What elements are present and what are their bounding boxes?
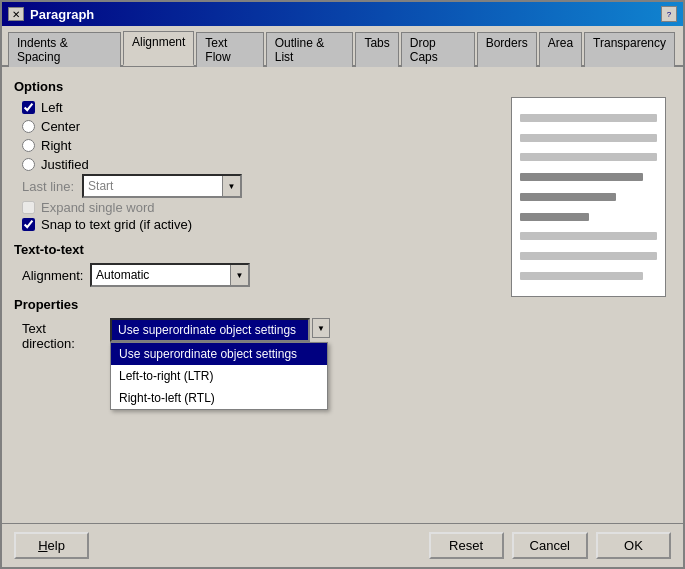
text-direction-label: Text direction: [22,318,102,351]
preview-line-2 [520,134,657,142]
tab-transparency[interactable]: Transparency [584,32,675,67]
left-checkbox[interactable] [22,101,35,114]
tab-alignment[interactable]: Alignment [123,31,194,66]
tab-outline-list[interactable]: Outline & List [266,32,354,67]
options-section: Options Left Center Right [14,79,501,232]
preview-panel [511,79,671,511]
help-button[interactable]: Help [14,532,89,559]
main-content: Options Left Center Right [2,67,683,523]
preview-line-8 [520,252,657,260]
preview-line-7 [520,232,657,240]
alignment-label: Alignment: [22,268,82,283]
preview-line-3 [520,153,657,161]
tab-tabs[interactable]: Tabs [355,32,398,67]
help-label: Help [38,538,65,553]
snap-row: Snap to text grid (if active) [22,217,501,232]
options-title: Options [14,79,501,94]
dialog-title: Paragraph [30,7,94,22]
alignment-combo[interactable]: ▼ [90,263,250,287]
text-to-text-title: Text-to-text [14,242,501,257]
alignment-row: Alignment: ▼ [22,263,501,287]
preview-line-5 [520,193,616,201]
justified-label: Justified [41,157,89,172]
cancel-button[interactable]: Cancel [512,532,588,559]
footer-left: Help [14,532,89,559]
snap-label: Snap to text grid (if active) [41,217,192,232]
help-icon[interactable]: ? [661,6,677,22]
center-radio[interactable]: Center [22,119,501,134]
dropdown-option-superordinate[interactable]: Use superordinate object settings [111,343,327,365]
alignment-input[interactable] [92,266,230,284]
last-line-dropdown-arrow[interactable]: ▼ [222,176,240,196]
left-radio[interactable]: Left [22,100,501,115]
text-direction-dropdown[interactable]: Use superordinate object settings ▼ Use … [110,318,330,342]
properties-section: Properties Text direction: Use superordi… [14,297,501,351]
dropdown-selected-value[interactable]: Use superordinate object settings [110,318,310,342]
left-label: Left [41,100,63,115]
right-radio[interactable]: Right [22,138,501,153]
left-panel: Options Left Center Right [14,79,501,511]
paragraph-dialog: ✕ Paragraph ? Indents & Spacing Alignmen… [0,0,685,569]
preview-line-9 [520,272,643,280]
preview-line-1 [520,114,657,122]
snap-checkbox-label[interactable]: Snap to text grid (if active) [22,217,501,232]
tabs-bar: Indents & Spacing Alignment Text Flow Ou… [2,26,683,67]
snap-checkbox[interactable] [22,218,35,231]
dropdown-arrow-button[interactable]: ▼ [312,318,330,338]
last-line-label: Last line: [22,179,74,194]
preview-line-4 [520,173,643,181]
footer-right: Reset Cancel OK [429,532,671,559]
tab-text-flow[interactable]: Text Flow [196,32,263,67]
ok-button[interactable]: OK [596,532,671,559]
right-radio-input[interactable] [22,139,35,152]
footer: Help Reset Cancel OK [2,523,683,567]
reset-button[interactable]: Reset [429,532,504,559]
title-bar: ✕ Paragraph ? [2,2,683,26]
expand-checkbox-label[interactable]: Expand single word [22,200,501,215]
alignment-dropdown-arrow[interactable]: ▼ [230,265,248,285]
tab-area[interactable]: Area [539,32,582,67]
preview-line-6 [520,213,589,221]
expand-row: Expand single word [22,200,501,215]
expand-checkbox[interactable] [22,201,35,214]
properties-title: Properties [14,297,501,312]
expand-label: Expand single word [41,200,154,215]
text-direction-row: Text direction: Use superordinate object… [22,318,501,351]
last-line-row: Last line: ▼ [22,174,501,198]
last-line-combo[interactable]: ▼ [82,174,242,198]
last-line-input[interactable] [84,177,222,195]
dropdown-selected-text: Use superordinate object settings [118,323,302,337]
dropdown-option-rtl[interactable]: Right-to-left (RTL) [111,387,327,409]
center-label: Center [41,119,80,134]
right-label: Right [41,138,71,153]
dropdown-header[interactable]: Use superordinate object settings ▼ [110,318,330,342]
tab-drop-caps[interactable]: Drop Caps [401,32,475,67]
justified-radio[interactable]: Justified [22,157,501,172]
center-radio-input[interactable] [22,120,35,133]
dropdown-option-ltr[interactable]: Left-to-right (LTR) [111,365,327,387]
preview-box [511,97,666,297]
title-bar-left: ✕ Paragraph [8,7,94,22]
tab-indents-spacing[interactable]: Indents & Spacing [8,32,121,67]
justified-radio-input[interactable] [22,158,35,171]
tab-borders[interactable]: Borders [477,32,537,67]
dropdown-list: Use superordinate object settings Left-t… [110,342,328,410]
close-button[interactable]: ✕ [8,7,24,21]
alignment-radio-group: Left Center Right Justified [22,100,501,172]
text-to-text-section: Text-to-text Alignment: ▼ [14,242,501,287]
